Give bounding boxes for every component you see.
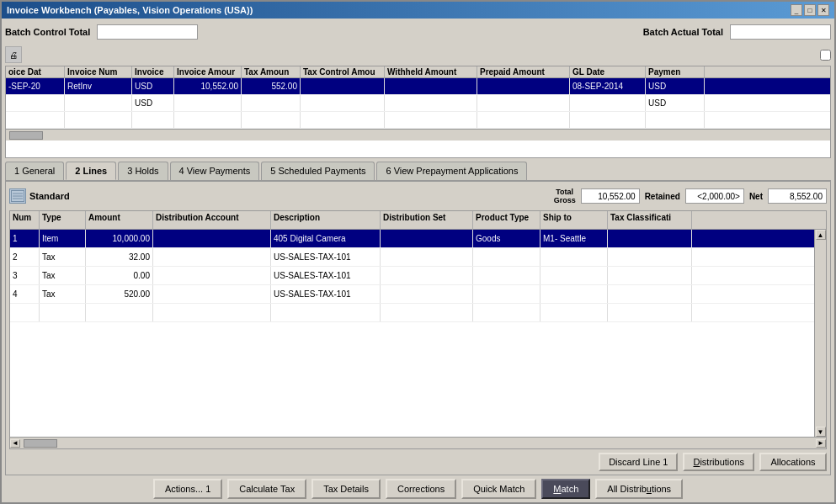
cell-shipto: M1- Seattle: [540, 230, 608, 247]
cell-payment: USD: [646, 78, 705, 94]
lines-grid-body: 1 Item 10,000.00 405 Digital Camera Good…: [10, 230, 814, 437]
lcol-header-distacct: Distribution Account: [153, 211, 271, 229]
scrollbar-thumb[interactable]: [24, 439, 57, 448]
tab-holds[interactable]: 3 Holds: [118, 162, 168, 180]
allocations-button[interactable]: Allocations: [759, 453, 827, 471]
toolbar-icon[interactable]: 🖨: [5, 46, 22, 63]
table-row[interactable]: -SEP-20 RetInv USD 10,552.00 552.00 08-S…: [6, 78, 830, 95]
scroll-down-arrow[interactable]: ▼: [816, 427, 826, 437]
col-header-prepaid: Prepaid Amount: [477, 66, 570, 77]
cell-num: 4: [10, 285, 40, 303]
scroll-left-arrow[interactable]: ◄: [10, 439, 20, 448]
tax-details-button[interactable]: Tax Details: [312, 479, 381, 499]
net-label: Net: [749, 192, 763, 201]
batch-actual-input[interactable]: [730, 24, 831, 40]
lines-grid-scrollbar-h[interactable]: ◄ ►: [10, 437, 826, 448]
top-grid-body: -SEP-20 RetInv USD 10,552.00 552.00 08-S…: [6, 78, 830, 129]
batch-control-label: Batch Control Total: [5, 27, 90, 37]
close-button[interactable]: ✕: [817, 4, 829, 16]
lcol-header-desc: Description: [271, 211, 381, 229]
lcol-header-distset: Distribution Set: [381, 211, 473, 229]
cell-shipto: [540, 267, 608, 284]
cell-distacct: [153, 285, 271, 303]
table-row[interactable]: USD USD: [6, 95, 830, 112]
maximize-button[interactable]: □: [804, 4, 816, 16]
tab-view-prepayment[interactable]: 6 View Prepayment Applications: [376, 162, 527, 180]
discard-line-button[interactable]: Discard Line 1: [599, 453, 678, 471]
cell-taxclass: [608, 248, 692, 266]
cell-invamt: [174, 95, 242, 111]
tab-general[interactable]: 1 General: [5, 162, 64, 180]
top-grid-scrollbar[interactable]: [6, 129, 830, 141]
total-label: Total: [556, 188, 573, 196]
cell-num: 1: [10, 230, 40, 247]
batch-bar: Batch Control Total Batch Actual Total: [5, 22, 831, 42]
col-header-withheld: Withheld Amount: [385, 66, 477, 77]
lines-panel: Standard Total Gross 10,552.00 Retained …: [5, 181, 831, 475]
cell-prodtype: Goods: [473, 230, 540, 247]
cell-desc: US-SALES-TAX-101: [271, 267, 381, 284]
checkbox[interactable]: [820, 50, 831, 61]
cell-distacct: [153, 267, 271, 284]
cell-num: 2: [10, 248, 40, 266]
cell-invamt: [174, 112, 242, 128]
cell-desc: [271, 304, 381, 321]
col-header-taxamt: Tax Amoun: [242, 66, 301, 77]
scroll-up-arrow[interactable]: ▲: [816, 230, 826, 240]
toolbar-row: 🖨: [5, 45, 831, 64]
cell-taxclass: [608, 230, 692, 247]
corrections-button[interactable]: Corrections: [386, 479, 456, 499]
retained-value: <2,000.00>: [685, 188, 744, 204]
calculate-tax-button[interactable]: Calculate Tax: [227, 479, 306, 499]
cell-date: [6, 112, 65, 128]
cell-type: Tax: [40, 267, 86, 284]
table-row[interactable]: [10, 304, 814, 322]
cell-prodtype: [473, 304, 540, 321]
lines-type-icon: [9, 188, 26, 204]
table-row[interactable]: [6, 112, 830, 129]
scrollbar-spacer: [692, 211, 704, 229]
table-row[interactable]: 2 Tax 32.00 US-SALES-TAX-101: [10, 248, 814, 267]
distributions-button[interactable]: Distributions: [683, 453, 754, 471]
all-distributions-button[interactable]: All Distributions: [595, 479, 683, 499]
cell-distset: [381, 248, 473, 266]
table-row[interactable]: 3 Tax 0.00 US-SALES-TAX-101: [10, 267, 814, 285]
cell-invamt: 10,552.00: [174, 78, 242, 94]
minimize-button[interactable]: _: [791, 4, 802, 16]
cell-desc: US-SALES-TAX-101: [271, 285, 381, 303]
cell-desc: US-SALES-TAX-101: [271, 248, 381, 266]
cell-date: [6, 95, 65, 111]
cell-distacct: [153, 304, 271, 321]
match-button[interactable]: Match: [541, 479, 590, 499]
cell-prodtype: [473, 285, 540, 303]
cell-currency: USD: [132, 78, 174, 94]
table-row[interactable]: 4 Tax 520.00 US-SALES-TAX-101: [10, 285, 814, 304]
table-row[interactable]: 1 Item 10,000.00 405 Digital Camera Good…: [10, 230, 814, 248]
batch-control-input[interactable]: [97, 24, 198, 40]
batch-actual-label: Batch Actual Total: [643, 27, 723, 37]
totals-area: Total Gross 10,552.00 Retained <2,000.00…: [554, 188, 827, 204]
quick-match-button[interactable]: Quick Match: [461, 479, 536, 499]
scrollbar-thumb[interactable]: [9, 131, 43, 140]
actions-button[interactable]: Actions... 1: [153, 479, 222, 499]
cell-currency: USD: [132, 95, 174, 111]
cell-amount: [86, 304, 153, 321]
col-header-invamt: Invoice Amour: [174, 66, 242, 77]
cell-prepaid: [477, 78, 570, 94]
lines-grid-scrollbar-v[interactable]: ▲ ▼: [814, 230, 826, 437]
cell-shipto: [540, 304, 608, 321]
window-body: Batch Control Total Batch Actual Total 🖨…: [2, 19, 834, 502]
tab-scheduled-payments[interactable]: 5 Scheduled Payments: [261, 162, 375, 180]
lines-grid-body-container: 1 Item 10,000.00 405 Digital Camera Good…: [10, 230, 826, 437]
col-header-invnum: Invoice Num: [65, 66, 132, 77]
cell-payment: USD: [646, 95, 705, 111]
col-header-taxctrl: Tax Control Amou: [301, 66, 385, 77]
lines-grid-header: Num Type Amount Distribution Account Des…: [10, 211, 826, 230]
scroll-right-arrow[interactable]: ►: [816, 439, 826, 448]
tab-lines[interactable]: 2 Lines: [66, 162, 116, 180]
cell-taxctrl: [301, 95, 385, 111]
tab-view-payments[interactable]: 4 View Payments: [170, 162, 260, 180]
cell-prodtype: [473, 267, 540, 284]
main-window: Invoice Workbench (Payables, Vision Oper…: [0, 0, 836, 504]
lcol-header-num: Num: [10, 211, 40, 229]
